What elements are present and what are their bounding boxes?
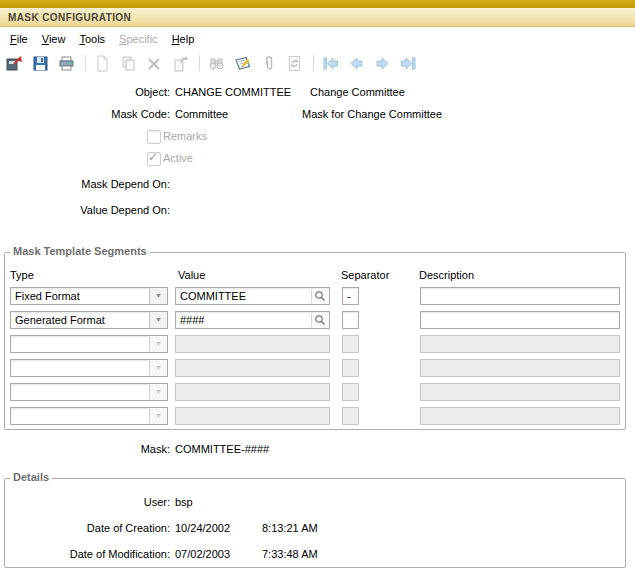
- description-field[interactable]: [420, 287, 620, 305]
- creation-date-label: Date of Creation:: [0, 522, 170, 534]
- description-field: [420, 335, 620, 353]
- creation-time-value: 8:13:21 AM: [262, 522, 318, 534]
- value-column-header: Value: [178, 269, 205, 281]
- type-dropdown: ▼: [10, 335, 168, 353]
- chevron-down-icon: ▼: [149, 336, 167, 352]
- separator-field[interactable]: [342, 311, 359, 329]
- menu-help[interactable]: Help: [172, 33, 195, 45]
- delete-icon[interactable]: [145, 54, 163, 72]
- menu-view[interactable]: View: [42, 33, 66, 45]
- separator-field: [342, 407, 359, 425]
- lookup-icon[interactable]: [311, 313, 328, 327]
- description-field[interactable]: [420, 311, 620, 329]
- segments-group-title: Mask Template Segments: [10, 245, 150, 257]
- value-field[interactable]: COMMITTEE: [175, 287, 330, 305]
- toolbar-separator: [313, 55, 314, 71]
- menu-bar: File View Tools Specific Help: [0, 29, 635, 49]
- separator-field: [342, 359, 359, 377]
- separator-field: [342, 383, 359, 401]
- mask-depend-label: Mask Depend On:: [0, 178, 170, 190]
- object-label: Object:: [0, 86, 170, 98]
- type-dropdown: ▼: [10, 383, 168, 401]
- mask-value: COMMITTEE-####: [175, 443, 269, 455]
- type-dropdown[interactable]: Generated Format ▼: [10, 311, 168, 329]
- chevron-down-icon: ▼: [149, 384, 167, 400]
- mask-code-description: Mask for Change Committee: [302, 108, 442, 120]
- modification-time-value: 7:33:48 AM: [262, 548, 318, 560]
- modification-date-value: 07/02/2003: [175, 548, 230, 560]
- chevron-down-icon[interactable]: ▼: [149, 312, 167, 328]
- description-field: [420, 383, 620, 401]
- lookup-icon[interactable]: [311, 289, 328, 303]
- type-dropdown: ▼: [10, 359, 168, 377]
- first-record-icon[interactable]: [321, 54, 339, 72]
- type-dropdown[interactable]: Fixed Format ▼: [10, 287, 168, 305]
- value-field: [175, 407, 330, 425]
- creation-date-value: 10/24/2002: [175, 522, 230, 534]
- window-top-strip: [0, 0, 635, 8]
- copy-icon[interactable]: [119, 54, 137, 72]
- chevron-down-icon[interactable]: ▼: [149, 288, 167, 304]
- chevron-down-icon: ▼: [149, 408, 167, 424]
- exit-icon[interactable]: [5, 54, 23, 72]
- attachment-icon[interactable]: [259, 54, 277, 72]
- new-document-icon[interactable]: [93, 54, 111, 72]
- modification-date-label: Date of Modification:: [0, 548, 170, 560]
- type-dropdown: ▼: [10, 407, 168, 425]
- description-field: [420, 407, 620, 425]
- window-title: MASK CONFIGURATION: [8, 12, 131, 23]
- menu-file[interactable]: File: [10, 33, 28, 45]
- search-icon[interactable]: [207, 54, 225, 72]
- print-icon[interactable]: [57, 54, 75, 72]
- clear-record-icon[interactable]: [171, 54, 189, 72]
- value-field: [175, 383, 330, 401]
- menu-tools[interactable]: Tools: [79, 33, 105, 45]
- mask-code-value: Committee: [175, 108, 228, 120]
- toolbar-separator: [85, 55, 86, 71]
- last-record-icon[interactable]: [399, 54, 417, 72]
- separator-field: [342, 335, 359, 353]
- next-record-icon[interactable]: [373, 54, 391, 72]
- type-column-header: Type: [10, 269, 34, 281]
- value-field: [175, 359, 330, 377]
- mask-label: Mask:: [0, 443, 170, 455]
- description-field: [420, 359, 620, 377]
- object-description: Change Committee: [310, 86, 405, 98]
- window-title-bar: MASK CONFIGURATION: [0, 8, 635, 27]
- check-icon: ✓: [148, 150, 158, 164]
- separator-field[interactable]: -: [342, 287, 359, 305]
- active-checkbox[interactable]: ✓: [147, 152, 161, 166]
- details-group-title: Details: [10, 471, 52, 483]
- menu-specific[interactable]: Specific: [119, 33, 158, 45]
- value-field: [175, 335, 330, 353]
- value-depend-label: Value Depend On:: [0, 204, 170, 216]
- active-label: Active: [163, 152, 193, 164]
- save-icon[interactable]: [31, 54, 49, 72]
- user-label: User:: [0, 496, 170, 508]
- separator-column-header: Separator: [341, 269, 389, 281]
- description-column-header: Description: [419, 269, 474, 281]
- remarks-label: Remarks: [163, 130, 207, 142]
- value-field[interactable]: ####: [175, 311, 330, 329]
- toolbar-separator: [199, 55, 200, 71]
- object-value: CHANGE COMMITTEE: [175, 86, 291, 98]
- mask-code-label: Mask Code:: [0, 108, 170, 120]
- refresh-icon[interactable]: [285, 54, 303, 72]
- notes-icon[interactable]: [233, 54, 251, 72]
- remarks-checkbox[interactable]: [147, 130, 161, 144]
- user-value: bsp: [175, 496, 193, 508]
- chevron-down-icon: ▼: [149, 360, 167, 376]
- toolbar: [0, 50, 635, 76]
- previous-record-icon[interactable]: [347, 54, 365, 72]
